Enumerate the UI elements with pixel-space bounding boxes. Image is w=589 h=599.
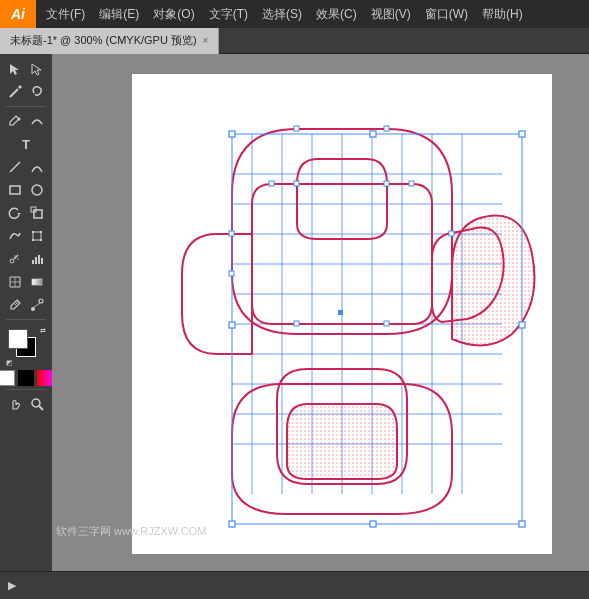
fill-gradient-icon[interactable]	[37, 370, 52, 386]
svg-rect-9	[33, 232, 41, 240]
eyedropper-tool[interactable]	[4, 294, 25, 316]
divider1	[6, 106, 46, 107]
menu-bar: Ai 文件(F) 编辑(E) 对象(O) 文字(T) 选择(S) 效果(C) 视…	[0, 0, 589, 28]
svg-point-16	[14, 255, 16, 257]
tab-bar: 未标题-1* @ 300% (CMYK/GPU 预览) ×	[0, 28, 589, 54]
type-tool[interactable]: T	[4, 133, 48, 155]
svg-rect-59	[384, 181, 389, 186]
canvas-area[interactable]: 软件三字网 www.RJZXW.COM	[52, 54, 589, 571]
shape-tools	[4, 179, 48, 201]
artwork	[132, 74, 552, 554]
blend-tool[interactable]	[26, 294, 47, 316]
scale-tool[interactable]	[26, 202, 47, 224]
svg-line-25	[15, 302, 18, 305]
svg-rect-66	[229, 231, 234, 236]
svg-point-14	[10, 259, 14, 263]
svg-line-29	[39, 406, 43, 410]
fill-black-icon[interactable]	[18, 370, 34, 386]
svg-point-27	[39, 299, 43, 303]
svg-point-17	[17, 258, 19, 260]
swap-colors-icon[interactable]: ⇄	[40, 327, 46, 335]
menu-help[interactable]: 帮助(H)	[476, 4, 529, 25]
tab-title: 未标题-1* @ 300% (CMYK/GPU 预览)	[10, 33, 197, 48]
stroke-fill-area	[0, 370, 52, 386]
menu-text[interactable]: 文字(T)	[203, 4, 254, 25]
graph-tool[interactable]	[26, 248, 47, 270]
selection-tool[interactable]	[4, 58, 25, 80]
direct-selection-tool[interactable]	[26, 58, 47, 80]
free-transform-tool[interactable]	[26, 225, 47, 247]
tab-close-button[interactable]: ×	[203, 35, 209, 46]
svg-rect-19	[35, 257, 37, 264]
selection-tools	[4, 58, 48, 80]
status-bar: ▶	[0, 571, 589, 599]
svg-rect-61	[409, 181, 414, 186]
symbol-graph-tools	[4, 248, 48, 270]
divider2	[6, 319, 46, 320]
artboard	[132, 74, 552, 554]
pen-tool[interactable]	[4, 110, 25, 132]
svg-rect-69	[338, 310, 343, 315]
menu-file[interactable]: 文件(F)	[40, 4, 91, 25]
svg-rect-54	[370, 131, 376, 137]
menu-view[interactable]: 视图(V)	[365, 4, 417, 25]
line-tool[interactable]	[4, 156, 25, 178]
svg-rect-58	[294, 181, 299, 186]
svg-rect-12	[32, 239, 34, 241]
svg-rect-20	[38, 255, 40, 264]
left-toolbar: T	[0, 54, 52, 571]
zoom-tool[interactable]	[26, 393, 47, 415]
svg-rect-62	[294, 321, 299, 326]
svg-point-28	[32, 399, 40, 407]
svg-rect-60	[269, 181, 274, 186]
menu-edit[interactable]: 编辑(E)	[93, 4, 145, 25]
svg-rect-55	[229, 322, 235, 328]
svg-rect-67	[449, 231, 454, 236]
svg-rect-65	[384, 126, 389, 131]
svg-rect-50	[229, 131, 235, 137]
svg-point-5	[32, 185, 42, 195]
svg-line-0	[10, 89, 18, 97]
menu-object[interactable]: 对象(O)	[147, 4, 200, 25]
svg-rect-21	[41, 258, 43, 264]
line-tools	[4, 156, 48, 178]
svg-point-2	[17, 118, 20, 121]
gradient-tool[interactable]	[26, 271, 47, 293]
warp-tool[interactable]	[4, 225, 25, 247]
svg-marker-1	[18, 85, 22, 89]
svg-rect-8	[34, 210, 42, 218]
hand-tool[interactable]	[4, 393, 25, 415]
lasso-tool[interactable]	[26, 81, 47, 103]
watermark: 软件三字网 www.RJZXW.COM	[56, 524, 206, 539]
view-tools	[4, 393, 48, 415]
svg-rect-4	[10, 186, 20, 194]
document-tab[interactable]: 未标题-1* @ 300% (CMYK/GPU 预览) ×	[0, 28, 219, 54]
curvature-tool[interactable]	[26, 110, 47, 132]
rotate-tool[interactable]	[4, 202, 25, 224]
main-area: T	[0, 54, 589, 571]
arc-tool[interactable]	[26, 156, 47, 178]
mesh-tool[interactable]	[4, 271, 25, 293]
svg-point-26	[31, 307, 35, 311]
eyedropper-tools	[4, 294, 48, 316]
foreground-color-swatch[interactable]	[8, 329, 28, 349]
menu-select[interactable]: 选择(S)	[256, 4, 308, 25]
svg-rect-13	[40, 239, 42, 241]
menu-window[interactable]: 窗口(W)	[419, 4, 474, 25]
default-colors-icon[interactable]: ◩	[6, 359, 13, 367]
fill-none-icon[interactable]	[0, 370, 15, 386]
magic-wand-tool[interactable]	[4, 81, 25, 103]
svg-marker-6	[17, 213, 21, 215]
ellipse-tool[interactable]	[26, 179, 47, 201]
svg-rect-10	[32, 231, 34, 233]
menu-effect[interactable]: 效果(C)	[310, 4, 363, 25]
rect-tool[interactable]	[4, 179, 25, 201]
symbol-sprayer-tool[interactable]	[4, 248, 25, 270]
svg-rect-53	[519, 521, 525, 527]
pen-tools	[4, 110, 48, 132]
svg-rect-56	[519, 322, 525, 328]
svg-line-3	[10, 162, 20, 172]
svg-rect-18	[32, 260, 34, 264]
divider3	[6, 389, 46, 390]
svg-rect-68	[229, 271, 234, 276]
